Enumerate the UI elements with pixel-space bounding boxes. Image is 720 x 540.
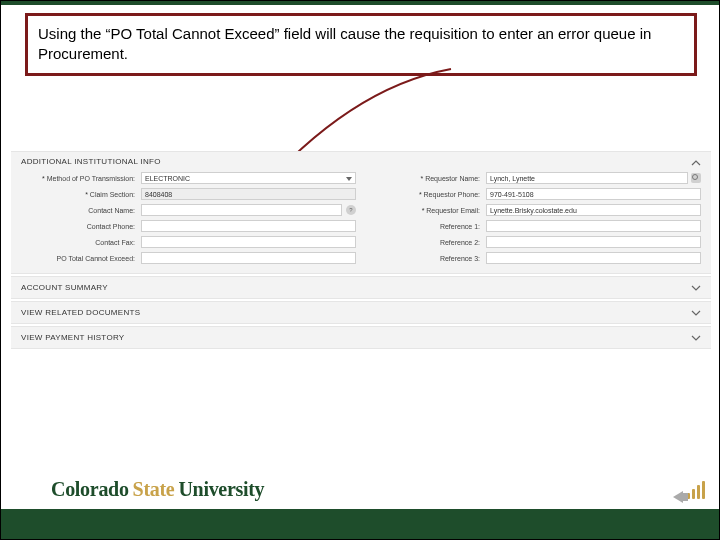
contact-phone-input[interactable] xyxy=(141,220,356,232)
bottom-border xyxy=(1,509,720,539)
top-border xyxy=(1,1,720,5)
section-title: ADDITIONAL INSTITUTIONAL INFO xyxy=(21,157,701,166)
chevron-down-icon xyxy=(691,283,701,293)
reference-2-input[interactable] xyxy=(486,236,701,248)
audio-bars xyxy=(685,481,705,503)
label-requestor-name: Requestor Name: xyxy=(366,175,486,182)
section-label: VIEW RELATED DOCUMENTS xyxy=(21,308,140,317)
csu-logo: ColoradoStateUniversity xyxy=(51,478,264,501)
chevron-down-icon xyxy=(691,308,701,318)
logo-word-state: State xyxy=(133,478,175,501)
label-contact-fax: Contact Fax: xyxy=(21,239,141,246)
label-contact-name: Contact Name: xyxy=(21,207,141,214)
left-column: Method of PO Transmission: ELECTRONIC Cl… xyxy=(21,172,356,268)
section-label: VIEW PAYMENT HISTORY xyxy=(21,333,125,342)
callout-box: Using the “PO Total Cannot Exceed” field… xyxy=(25,13,697,76)
po-total-cannot-exceed-input[interactable] xyxy=(141,252,356,264)
section-account-summary[interactable]: ACCOUNT SUMMARY xyxy=(11,276,711,299)
label-method-of-po-transmission: Method of PO Transmission: xyxy=(21,175,141,182)
label-contact-phone: Contact Phone: xyxy=(21,223,141,230)
chevron-down-icon xyxy=(691,333,701,343)
reference-1-input[interactable] xyxy=(486,220,701,232)
label-requestor-email: Requestor Email: xyxy=(366,207,486,214)
contact-name-input[interactable] xyxy=(141,204,342,216)
section-label: ACCOUNT SUMMARY xyxy=(21,283,108,292)
reference-3-input[interactable] xyxy=(486,252,701,264)
contact-fax-input[interactable] xyxy=(141,236,356,248)
speaker-icon xyxy=(673,491,683,503)
form-area: ADDITIONAL INSTITUTIONAL INFO Method of … xyxy=(11,151,711,351)
requestor-name-input[interactable]: Lynch, Lynette xyxy=(486,172,688,184)
logo-word-university: University xyxy=(178,478,264,500)
callout-text: Using the “PO Total Cannot Exceed” field… xyxy=(38,25,651,62)
label-requestor-phone: Requestor Phone: xyxy=(366,191,486,198)
section-additional-institutional-info: ADDITIONAL INSTITUTIONAL INFO Method of … xyxy=(11,151,711,274)
section-view-payment-history[interactable]: VIEW PAYMENT HISTORY xyxy=(11,326,711,349)
slide: Using the “PO Total Cannot Exceed” field… xyxy=(0,0,720,540)
lookup-icon[interactable] xyxy=(691,173,701,183)
right-column: Requestor Name: Lynch, Lynette Requestor… xyxy=(366,172,701,268)
requestor-phone-input[interactable]: 970-491-5108 xyxy=(486,188,701,200)
section-view-related-documents[interactable]: VIEW RELATED DOCUMENTS xyxy=(11,301,711,324)
method-of-po-transmission-select[interactable]: ELECTRONIC xyxy=(141,172,356,184)
audio-icon[interactable] xyxy=(673,481,705,503)
label-reference-3: Reference 3: xyxy=(366,255,486,262)
logo-word-colorado: Colorado xyxy=(51,478,129,500)
label-reference-2: Reference 2: xyxy=(366,239,486,246)
requestor-email-input[interactable]: Lynette.Brisky.colostate.edu xyxy=(486,204,701,216)
info-icon[interactable]: ? xyxy=(346,205,356,215)
claim-section-field: 8408408 xyxy=(141,188,356,200)
label-claim-section: Claim Section: xyxy=(21,191,141,198)
label-po-total-cannot-exceed: PO Total Cannot Exceed: xyxy=(21,255,141,262)
chevron-up-icon[interactable] xyxy=(691,158,701,168)
label-reference-1: Reference 1: xyxy=(366,223,486,230)
